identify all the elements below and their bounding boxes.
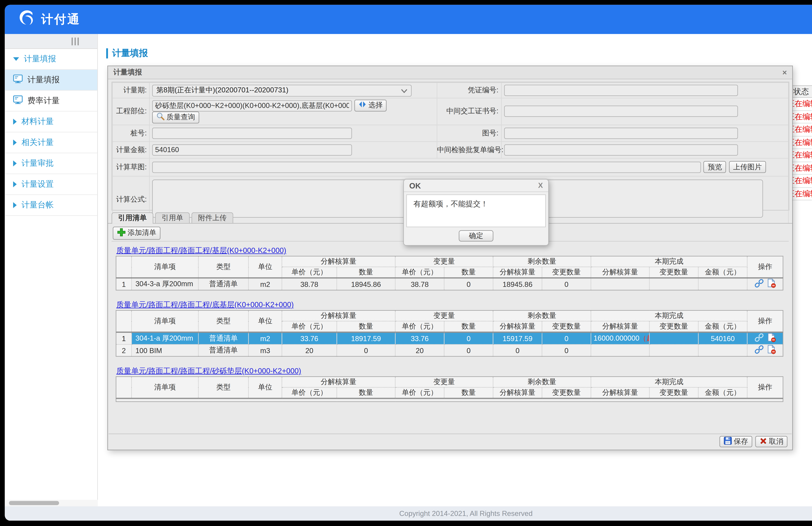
sidebar-group-label: 计量填报 xyxy=(24,54,56,64)
link-icon[interactable] xyxy=(754,333,763,344)
delete-doc-icon[interactable] xyxy=(766,345,776,356)
chevron-right-icon xyxy=(13,119,17,125)
monitor-icon xyxy=(13,96,23,106)
tab-quoted-list[interactable]: 引用清单 xyxy=(112,213,153,224)
sidebar-item-rate-measure[interactable]: 费率计量 xyxy=(5,91,97,112)
sidebar-group-measure-ledger[interactable]: 计量台帐 xyxy=(5,195,97,216)
logo-swirl-icon xyxy=(18,9,36,30)
table-row-selected[interactable]: 1 304-1-a 厚200mm 普通清单 m2 33.76 18917.59 … xyxy=(116,332,783,344)
modal-footer-buttons: 保存 取消 xyxy=(720,436,787,447)
sidebar-grip-strip xyxy=(5,34,97,49)
upload-image-button[interactable]: 上传图片 xyxy=(729,161,766,173)
over-quota-cell: 16000.000000（超） xyxy=(591,332,650,344)
add-list-button[interactable]: 添加清单 xyxy=(113,226,160,239)
sidebar-group-measure-settings[interactable]: 计量设置 xyxy=(5,174,97,195)
sidebar-group-measure-report[interactable]: 计量填报 xyxy=(5,49,97,70)
tab-attachment-upload[interactable]: 附件上传 xyxy=(191,213,233,223)
section-link-gravel-cushion[interactable]: 质量单元/路面工程/路面工程/砂砾垫层(K0+000-K2+000) xyxy=(116,366,301,376)
sidebar-group-label: 计量审批 xyxy=(21,158,54,169)
sketch-label: 计算草图: xyxy=(112,158,149,176)
period-value: 第8期(正在计量中)(20200701--20200731) xyxy=(156,85,288,95)
sidebar-item-label: 计量填报 xyxy=(27,74,60,85)
drawing-no-field[interactable] xyxy=(504,128,738,139)
period-select[interactable]: 第8期(正在计量中)(20200701--20200731) xyxy=(152,84,412,96)
dialog-title-bar[interactable]: OK X xyxy=(404,179,548,192)
sidebar-item-label: 费率计量 xyxy=(27,96,60,106)
sketch-field[interactable] xyxy=(152,162,701,173)
sidebar-group-label: 材料计量 xyxy=(21,116,54,127)
section-link-base-layer[interactable]: 质量单元/路面工程/路面工程/基层(K0+000-K2+000) xyxy=(116,246,286,256)
table-row: 1 304-3-a 厚200mm 普通清单 m2 38.78 18945.86 … xyxy=(116,278,783,290)
sidebar-item-measure-report[interactable]: 计量填报 xyxy=(5,70,97,91)
chevron-down-icon xyxy=(13,57,19,61)
dialog-message: 有超额项，不能提交！ xyxy=(406,194,546,227)
copyright-text: Copyright 2014-2021, All Rights Reserved xyxy=(399,509,533,517)
modal-title-text: 计量填报 xyxy=(113,68,142,77)
sidebar-group-related-measure[interactable]: 相关计量 xyxy=(5,132,97,154)
modal-footer-divider xyxy=(108,434,792,434)
brand-name: 计付通 xyxy=(41,11,81,27)
sidebar-group-material-measure[interactable]: 材料计量 xyxy=(5,112,97,132)
modal-tabs: 引用清单 引用单 附件上传 xyxy=(112,213,233,224)
bill-table-base-layer: 清单项 类型 单位 分解核算量 变更量 剩余数量 本期完成 操作 单价（元） 数… xyxy=(116,256,783,290)
monitor-icon xyxy=(13,74,23,85)
choose-button[interactable]: 选择 xyxy=(355,99,387,111)
floppy-icon xyxy=(724,437,732,447)
voucher-field[interactable] xyxy=(504,85,738,96)
magnifier-icon xyxy=(156,112,164,122)
delete-doc-icon[interactable] xyxy=(766,279,776,290)
drawing-no-label: 图号: xyxy=(437,125,501,142)
modal-title-bar[interactable]: 计量填报 × xyxy=(108,66,792,79)
sidebar-hscrollbar[interactable] xyxy=(5,500,98,506)
chevron-right-icon xyxy=(13,181,17,187)
alert-dialog: OK X 有超额项，不能提交！ 确定 xyxy=(403,179,549,246)
close-icon[interactable]: × xyxy=(782,69,787,76)
chevron-down-icon xyxy=(401,86,407,94)
page-title: 计量填报 xyxy=(106,48,148,59)
voucher-label: 凭证编号: xyxy=(437,83,501,98)
sidebar-group-measure-approval[interactable]: 计量审批 xyxy=(5,153,97,174)
top-bar: 计付通 通知 管理员 xyxy=(5,5,812,34)
sidebar: 计量填报 计量填报 费率计量 材料计量 相关计量 计量审批 计量设置 计量台帐 xyxy=(5,34,98,500)
part-label: 工程部位: xyxy=(112,98,149,125)
chevron-right-icon xyxy=(13,160,17,166)
sidebar-collapse-handle[interactable] xyxy=(72,38,79,45)
close-icon[interactable]: X xyxy=(538,181,543,190)
preview-button[interactable]: 预览 xyxy=(704,161,726,173)
measure-amount-field[interactable] xyxy=(152,144,352,156)
chevron-right-icon xyxy=(13,140,17,146)
select-arrows-icon xyxy=(359,101,366,110)
bill-table-gravel-cushion: 清单项 类型 单位 分解核算量 变更量 剩余数量 本期完成 操作 单价（元） 数… xyxy=(116,376,783,401)
dialog-footer: 确定 xyxy=(406,229,546,243)
sidebar-group-label: 计量设置 xyxy=(21,179,54,190)
title-accent-bar xyxy=(106,48,108,58)
handover-cert-field[interactable] xyxy=(504,106,738,117)
plus-icon xyxy=(117,228,126,238)
stake-label: 桩号: xyxy=(112,125,149,142)
stake-field[interactable] xyxy=(152,128,352,139)
bill-table-subbase-layer: 清单项 类型 单位 分解核算量 变更量 剩余数量 本期完成 操作 单价（元） 数… xyxy=(116,310,783,357)
inspection-no-label: 中间检验批复单编号: xyxy=(437,142,501,158)
delete-doc-icon[interactable] xyxy=(766,333,776,344)
screen: 计付通 通知 管理员 计量填报 计量填报 费率计量 xyxy=(0,0,812,526)
sidebar-group-label: 计量台帐 xyxy=(21,200,54,210)
link-icon[interactable] xyxy=(754,345,763,356)
footer: Copyright 2014-2021, All Rights Reserved xyxy=(5,506,812,521)
tab-quoted-form[interactable]: 引用单 xyxy=(155,213,190,223)
section-link-subbase-layer[interactable]: 质量单元/路面工程/路面工程/底基层(K0+000-K2+000) xyxy=(116,300,294,310)
quality-query-button[interactable]: 质量查询 xyxy=(152,111,199,123)
sidebar-hscroll-thumb[interactable] xyxy=(9,501,59,505)
save-button[interactable]: 保存 xyxy=(720,436,752,447)
link-icon[interactable] xyxy=(754,279,763,290)
inspection-no-field[interactable] xyxy=(504,144,738,156)
measure-fill-modal: 计量填报 × 计量期: 第8期(正在计量中)(20200701--2020073… xyxy=(107,65,793,450)
sidebar-group-label: 相关计量 xyxy=(21,137,54,148)
cancel-button[interactable]: 取消 xyxy=(755,436,787,447)
part-field[interactable] xyxy=(152,100,352,111)
red-x-icon xyxy=(759,437,767,447)
period-label: 计量期: xyxy=(112,83,149,98)
page-title-text: 计量填报 xyxy=(112,48,148,59)
ok-button[interactable]: 确定 xyxy=(459,230,493,241)
app-logo: 计付通 xyxy=(18,9,81,30)
app-window: 计付通 通知 管理员 计量填报 计量填报 费率计量 xyxy=(5,5,812,521)
